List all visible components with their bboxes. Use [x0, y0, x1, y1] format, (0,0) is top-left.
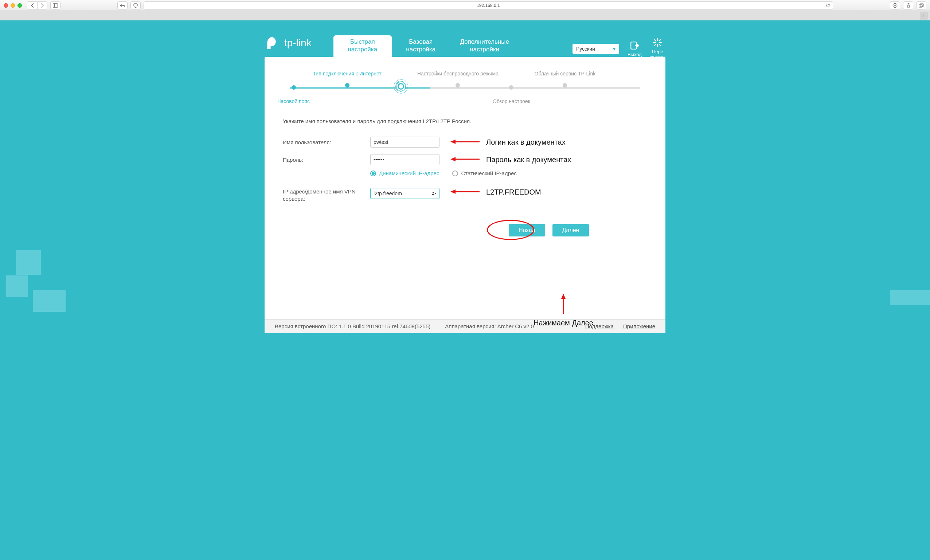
firmware-version: Версия встроенного ПО: 1.1.0 Build 20190…: [275, 323, 430, 329]
radio-icon: [370, 171, 376, 176]
tab-label: Быстрая настройка: [348, 38, 377, 52]
shield-icon[interactable]: [131, 2, 141, 9]
arrow-left-icon: [450, 138, 480, 146]
svg-marker-15: [450, 140, 456, 144]
username-label: Имя пользователя:: [283, 139, 370, 145]
contacts-dropdown-icon[interactable]: [432, 191, 436, 195]
annotation-login: Логин как в документах: [450, 138, 565, 146]
minimize-window-icon[interactable]: [11, 3, 15, 8]
sidebar-toggle-button[interactable]: [50, 2, 60, 9]
page-header: tp-link Быстрая настройка Базовая настро…: [265, 24, 665, 57]
vpn-server-value: l2tp.freedom: [374, 191, 402, 196]
language-select[interactable]: Русский ▾: [572, 43, 619, 54]
step-timezone: Часовой пояс: [252, 85, 336, 104]
arrow-left-icon: [450, 156, 480, 164]
back-button[interactable]: Назад: [509, 224, 545, 237]
wizard-stepper: Часовой пояс Тип подключения к Интернет …: [286, 71, 644, 107]
tab-basic-setup[interactable]: Базовая настройка: [392, 35, 450, 57]
reply-button[interactable]: [117, 2, 128, 9]
brand-logo: tp-link: [265, 35, 312, 51]
svg-line-13: [654, 44, 656, 46]
nav-back-button[interactable]: [27, 2, 37, 9]
arrow-left-icon: [450, 188, 480, 196]
radio-label: Статический IP-адрес: [461, 170, 516, 176]
svg-line-10: [654, 40, 656, 41]
tab-label: Базовая настройка: [406, 38, 436, 52]
window-controls[interactable]: [4, 3, 22, 8]
tplink-logo-icon: [265, 35, 280, 51]
ip-mode-radios: Динамический IP-адрес Статический IP-адр…: [370, 170, 651, 176]
svg-line-12: [659, 40, 661, 41]
safari-toolbar: 192.168.0.1: [0, 0, 930, 11]
new-tab-button[interactable]: +: [920, 12, 928, 20]
share-button[interactable]: [903, 2, 913, 9]
decoration: [6, 275, 28, 297]
svg-marker-22: [561, 294, 565, 299]
svg-marker-20: [450, 189, 456, 194]
radio-label: Динамический IP-адрес: [379, 170, 439, 176]
url-text: 192.168.0.1: [477, 3, 500, 8]
reload-icon[interactable]: [825, 3, 830, 9]
row-vpn-server: IP-адрес/доменное имя VPN-сервера: l2tp.…: [283, 188, 651, 202]
tabs-button[interactable]: [916, 2, 926, 9]
zoom-window-icon[interactable]: [17, 3, 22, 8]
radio-icon: [452, 171, 458, 176]
row-username: Имя пользователя: Логин как в документах: [283, 137, 651, 148]
l2tp-form: Имя пользователя: Логин как в документах…: [283, 137, 651, 237]
radio-dynamic-ip[interactable]: Динамический IP-адрес: [370, 170, 439, 176]
decoration: [33, 290, 66, 312]
wizard-nav-buttons: Назад Далее: [283, 224, 589, 237]
close-window-icon[interactable]: [4, 3, 8, 8]
row-password: Пароль: Пароль как в документах: [283, 154, 651, 165]
tab-label: Дополнительные настройки: [460, 38, 509, 52]
annotation-password: Пароль как в документах: [450, 155, 571, 164]
brand-text: tp-link: [284, 37, 312, 49]
vpn-label: IP-адрес/доменное имя VPN-сервера:: [283, 188, 370, 202]
content-panel: Часовой пояс Тип подключения к Интернет …: [265, 57, 665, 319]
annotation-vpn: L2TP.FREEDOM: [450, 188, 541, 196]
password-label: Пароль:: [283, 157, 370, 163]
logout-icon: [630, 41, 639, 50]
tab-strip: +: [0, 11, 930, 20]
logout-button[interactable]: Выход: [628, 41, 642, 57]
main-tabs: Быстрая настройка Базовая настройка Допо…: [333, 35, 519, 57]
reboot-icon: [653, 38, 662, 48]
arrow-up-icon: [516, 294, 611, 315]
svg-line-11: [659, 44, 661, 46]
username-input[interactable]: [370, 137, 439, 148]
svg-rect-0: [53, 3, 58, 7]
reboot-button[interactable]: Пере загрузк: [650, 38, 665, 60]
svg-rect-4: [920, 4, 924, 6]
tab-advanced-setup[interactable]: Дополнительные настройки: [450, 35, 519, 57]
nav-back-forward[interactable]: [27, 2, 48, 9]
vpn-server-input[interactable]: l2tp.freedom: [370, 188, 439, 199]
nav-forward-button[interactable]: [37, 2, 48, 9]
svg-rect-3: [919, 5, 922, 7]
instruction-text: Укажите имя пользователя и пароль для по…: [283, 118, 651, 124]
app-link[interactable]: Приложение: [623, 323, 655, 329]
radio-static-ip[interactable]: Статический IP-адрес: [452, 170, 516, 176]
decoration: [16, 250, 41, 275]
svg-point-18: [433, 192, 434, 194]
decoration: [890, 290, 930, 305]
language-value: Русский: [576, 46, 595, 52]
url-bar[interactable]: 192.168.0.1: [143, 2, 833, 9]
next-button[interactable]: Далее: [553, 224, 589, 237]
svg-marker-17: [450, 157, 456, 162]
tab-quick-setup[interactable]: Быстрая настройка: [333, 35, 392, 57]
logout-label: Выход: [628, 52, 642, 57]
password-input[interactable]: [370, 154, 439, 165]
step-cloud: Облачный сервис TP-Link: [523, 71, 607, 88]
step-summary: Обзор настроек: [470, 85, 553, 104]
downloads-button[interactable]: [890, 2, 900, 9]
chevron-down-icon: ▾: [613, 46, 616, 52]
annotation-next: Нажимаем Далее: [516, 294, 611, 327]
